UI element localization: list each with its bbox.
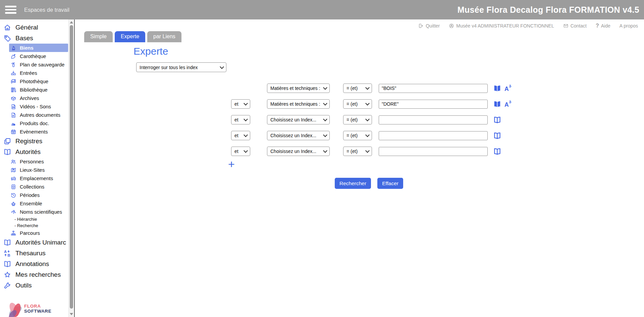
sidebar-item-outils[interactable]: Outils — [0, 280, 68, 291]
sidebar-item-label: Carothèque — [20, 53, 46, 59]
sidebar-item-autres-documents[interactable]: Autres documents — [9, 111, 68, 119]
sidebar-item-autorit-s-unimarc[interactable]: Autorités Unimarc — [0, 237, 68, 248]
tag-icon — [3, 34, 11, 42]
comparison-operator-select-wrapper: = (et) — [343, 115, 372, 124]
header-link-mus-e-v4-administrateur-fonctionnel[interactable]: Musée v4 ADMINISTRATEUR FONCTIONNEL — [449, 23, 554, 29]
boolean-operator-select[interactable]: et — [231, 99, 250, 109]
search-value-input[interactable] — [379, 115, 488, 124]
sidebar-item-registres[interactable]: Registres — [0, 136, 68, 147]
index-select[interactable]: Choisissez un Index... — [267, 147, 330, 156]
index-select[interactable]: Matières et techniques : — [267, 84, 330, 93]
svg-text:b: b — [509, 100, 512, 104]
sidebar-item-label: Collections — [20, 184, 44, 190]
boolean-operator-select-wrapper: et — [231, 131, 250, 140]
chess-knight-icon — [10, 45, 16, 51]
boolean-operator-select[interactable]: et — [231, 115, 250, 124]
sidebar-item-recherche[interactable]: - Recherche — [14, 222, 68, 229]
open-book-icon — [3, 260, 11, 268]
header-link-label: Musée v4 ADMINISTRATEUR FONCTIONNEL — [456, 23, 554, 29]
sidebar-item-p-riodes[interactable]: Périodes — [9, 191, 68, 199]
help-icon: ? — [596, 23, 599, 29]
comparison-operator-select[interactable]: = (et) — [343, 115, 372, 124]
sidebar-item-collections[interactable]: Collections — [9, 182, 68, 191]
sidebar-item-thesaurus[interactable]: ABThesaurus — [0, 248, 68, 259]
sidebar-item-parcours[interactable]: Parcours — [9, 229, 68, 237]
header-link-label: Quitter — [426, 23, 440, 29]
open-book-outline-icon[interactable] — [493, 116, 502, 124]
sidebar-item-ensemble[interactable]: Ensemble — [9, 199, 68, 208]
sidebar-item-noms-scientifiques[interactable]: Noms scientifiques — [9, 208, 68, 216]
sidebar-item-entr-es[interactable]: Entrées — [9, 69, 68, 77]
header-link-aide[interactable]: ?Aide — [596, 23, 610, 29]
open-book-filled-icon[interactable] — [493, 100, 502, 108]
sidebar-item-biblioth-que[interactable]: Bibliothèque — [9, 86, 68, 94]
tab-experte[interactable]: Experte — [115, 31, 145, 42]
comparison-operator-select-wrapper: = (et) — [343, 99, 372, 109]
clear-button[interactable]: Effacer — [377, 178, 403, 189]
sidebar-item-mes-recherches[interactable]: Mes recherches — [0, 269, 68, 280]
boolean-operator-select[interactable]: et — [231, 131, 250, 140]
open-book-outline-icon[interactable] — [493, 147, 502, 156]
sidebar-item-biens[interactable]: Biens — [9, 44, 68, 52]
open-book-outline-icon[interactable] — [493, 131, 502, 140]
ab-superscript-icon[interactable]: Ab — [504, 100, 513, 108]
sidebar-scrollbar[interactable] — [68, 19, 74, 317]
search-value-input[interactable] — [379, 100, 488, 109]
search-button[interactable]: Rechercher — [335, 178, 371, 189]
index-select[interactable]: Matières et techniques : — [267, 99, 330, 109]
sidebar-item-personnes[interactable]: Personnes — [9, 157, 68, 166]
ab-superscript-icon[interactable]: Ab — [504, 84, 513, 93]
header-link-quitter[interactable]: Quitter — [418, 23, 440, 29]
add-row-button[interactable]: + — [228, 158, 235, 170]
sidebar-item-vid-os-sons[interactable]: Vidéos - Sons — [9, 102, 68, 111]
sidebar-item-label: Plan de sauvegarde — [20, 62, 64, 67]
app-title: Musée Flora Decalog Flora FORMATION v4.5 — [458, 5, 639, 15]
action-buttons: Rechercher Effacer — [335, 178, 403, 189]
sidebar-item-phototh-que[interactable]: Photothèque — [9, 77, 68, 86]
sidebar-item-emplacements[interactable]: Emplacements — [9, 174, 68, 182]
sidebar-item-g-n-ral[interactable]: Général — [0, 22, 68, 33]
tab-par-liens[interactable]: par Liens — [147, 31, 181, 42]
header-link-a-propos[interactable]: A propos — [620, 23, 638, 29]
index-select-wrapper: Matières et techniques : — [267, 99, 330, 109]
sidebar-item-label: Vidéos - Sons — [20, 104, 51, 109]
index-select[interactable]: Choisissez un Index... — [267, 131, 330, 140]
sidebar: GénéralBasesBiensCarothèquePlan de sauve… — [0, 19, 75, 317]
sidebar-item-caroth-que[interactable]: Carothèque — [9, 52, 68, 60]
sidebar-item-produits-doc[interactable]: Produits doc. — [9, 119, 68, 127]
sidebar-item-label: - Recherche — [14, 223, 38, 228]
boolean-operator-select[interactable]: et — [231, 147, 250, 156]
books-icon — [10, 87, 16, 93]
sidebar-item-annotations[interactable]: Annotations — [0, 259, 68, 269]
sidebar-item-plan-de-sauvegarde[interactable]: Plan de sauvegarde — [9, 60, 68, 69]
thesaurus-ab-icon: AB — [3, 249, 11, 257]
comparison-operator-select[interactable]: = (et) — [343, 147, 372, 156]
comparison-operator-select[interactable]: = (et) — [343, 99, 372, 109]
sidebar-item-autorit-s[interactable]: Autorités — [0, 147, 68, 157]
sidebar-item-label: Emplacements — [20, 175, 53, 181]
comparison-operator-select[interactable]: = (et) — [343, 131, 372, 140]
hamburger-menu-icon[interactable] — [5, 6, 16, 14]
scroll-down-icon[interactable] — [70, 313, 73, 315]
header-link-contact[interactable]: Contact — [563, 23, 587, 29]
sidebar-item-archives[interactable]: Archives — [9, 94, 68, 102]
sidebar-item-bases[interactable]: Bases — [0, 33, 68, 44]
calendar-icon — [10, 129, 16, 135]
index-scope-select[interactable]: Interroger sur tous les index — [136, 62, 226, 72]
search-row: etChoisissez un Index...= (et) — [231, 147, 513, 156]
comparison-operator-select[interactable]: = (et) — [343, 84, 372, 93]
scroll-up-icon[interactable] — [70, 21, 73, 23]
tab-simple[interactable]: Simple — [84, 31, 113, 42]
inbox-arrow-icon — [10, 70, 16, 76]
sidebar-item-hi-rarchie[interactable]: - Hiérarchie — [14, 216, 68, 222]
search-value-input[interactable] — [379, 131, 488, 140]
index-select[interactable]: Choisissez un Index... — [267, 115, 330, 124]
scrollbar-thumb[interactable] — [70, 25, 73, 309]
open-book-filled-icon[interactable] — [493, 84, 502, 93]
sidebar-item-label: Outils — [15, 282, 32, 289]
home-icon — [3, 23, 11, 32]
search-value-input[interactable] — [379, 147, 488, 156]
search-value-input[interactable] — [379, 84, 488, 93]
sidebar-item-ev-nements[interactable]: Evènements — [9, 127, 68, 136]
sidebar-item-lieux-sites[interactable]: Lieux-Sites — [9, 166, 68, 174]
